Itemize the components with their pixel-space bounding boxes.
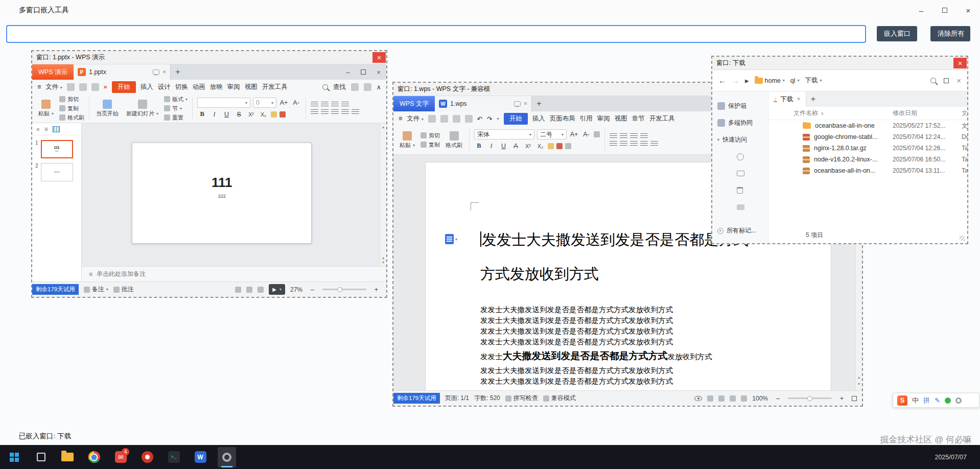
comment-bubble-icon[interactable] (514, 101, 521, 107)
start-button[interactable] (5, 447, 24, 467)
clear-format-icon[interactable] (594, 131, 600, 137)
bullets-icon[interactable] (311, 102, 318, 108)
ppt-menu-review[interactable]: 审阅 (227, 83, 240, 91)
find-label[interactable]: 查找 (333, 83, 346, 91)
copy-button[interactable]: 复制 (421, 141, 440, 149)
zoom-out-icon[interactable]: – (308, 285, 317, 294)
outdent-icon[interactable] (331, 102, 339, 108)
panel-collapse-icon[interactable]: « (36, 126, 40, 133)
voice-input-icon[interactable] (945, 397, 951, 404)
fm-tab-close-icon[interactable]: × (797, 96, 801, 103)
reading-view-icon[interactable] (258, 287, 264, 293)
maximize-icon[interactable] (933, 0, 956, 20)
font-color-icon[interactable] (279, 111, 286, 118)
fm-tab-downloads[interactable]: ↓ 下载 × (768, 91, 806, 107)
sidebar-item-safe-box[interactable]: 保护箱 (717, 98, 768, 114)
comments-button[interactable]: 批注 (113, 285, 134, 294)
fm-embed-titlebar[interactable]: 窗口: 下载 × (712, 57, 967, 70)
minimize-icon[interactable]: – (909, 0, 933, 20)
file-row[interactable]: node-v16.20.2-linux-... 2025/07/06 16:50… (768, 154, 967, 165)
layout-button[interactable]: 版式▾ (164, 96, 188, 103)
ime-lang-chinese[interactable]: 中 (912, 396, 919, 405)
resize-grip[interactable] (960, 236, 965, 241)
numbering-icon[interactable] (321, 102, 329, 108)
ime-pinyin[interactable]: 拼 (923, 396, 930, 405)
strikethrough-button[interactable]: S (234, 109, 244, 119)
wps-presentation-home-tab[interactable]: WPS 演示 (32, 64, 74, 80)
writer-menu-section[interactable]: 章节 (632, 114, 645, 123)
slide-canvas[interactable]: 111 222 ▴ ▴▾ (82, 123, 386, 266)
sidebar-item-recent[interactable] (717, 148, 768, 165)
subscript-button[interactable]: X₂ (535, 141, 545, 151)
file-explorer-icon[interactable] (58, 447, 77, 467)
embed-window-button[interactable]: 嵌入窗口 (877, 26, 917, 41)
ppt-menu-transition[interactable]: 切换 (175, 83, 188, 91)
ppt-close-icon[interactable]: × (371, 68, 386, 76)
outline-view-icon[interactable] (718, 395, 725, 402)
sidebar-item-folder[interactable] (717, 199, 768, 216)
copy-button[interactable]: 复制 (59, 105, 84, 112)
eye-protection-icon[interactable] (694, 396, 702, 401)
decrease-font-icon[interactable]: A- (291, 98, 301, 108)
column-file-type[interactable]: 文... (962, 109, 967, 118)
breadcrumb-downloads[interactable]: 下载▾ (805, 76, 822, 85)
zoom-in-icon[interactable]: + (837, 393, 847, 403)
writer-menu-review[interactable]: 审阅 (597, 114, 610, 123)
zoom-in-icon[interactable]: + (371, 285, 381, 294)
sidebar-item-computer[interactable] (717, 165, 768, 182)
indent-icon[interactable] (341, 102, 349, 108)
indent-icon[interactable] (640, 133, 648, 139)
numbering-icon[interactable] (620, 133, 627, 139)
spellcheck-button[interactable]: 拼写检查 (505, 394, 538, 403)
writer-file-menu[interactable]: 文件 ▾ (407, 114, 424, 123)
column-modified-date[interactable]: 修改日期 (893, 109, 962, 118)
redo-icon[interactable]: ↷ (487, 115, 492, 123)
highlight-color-icon[interactable] (271, 111, 277, 118)
ime-logo-icon[interactable]: S (897, 395, 907, 406)
compat-mode-button[interactable]: 兼容模式 (543, 394, 576, 403)
ppt-document-tab[interactable]: P 1.pptx × (74, 64, 171, 80)
writer-menu-view[interactable]: 视图 (615, 114, 627, 123)
reset-button[interactable]: 重置 (164, 114, 188, 122)
wps-writer-home-tab[interactable]: WPS 文字 (393, 96, 435, 111)
fm-close-icon[interactable]: × (956, 76, 961, 85)
ppt-tab-close-icon[interactable]: × (162, 68, 166, 76)
hamburger-menu-icon[interactable]: ≡ (399, 115, 402, 122)
back-icon[interactable]: ← (718, 76, 726, 85)
trial-badge[interactable]: 剩余179天试用 (32, 284, 79, 295)
ppt-menu-home[interactable]: 开始 (112, 81, 136, 93)
history-dropdown-icon[interactable]: ▾ (497, 116, 499, 121)
breadcrumb-ql[interactable]: ql▾ (790, 77, 800, 84)
paste-button[interactable]: 粘贴▾ (36, 100, 56, 118)
sidebar-item-trash[interactable] (717, 182, 768, 199)
cloud-icon[interactable] (351, 83, 359, 91)
font-color-icon[interactable] (556, 143, 563, 149)
outdent-icon[interactable] (630, 133, 638, 139)
close-icon[interactable]: × (956, 0, 980, 20)
font-size-combo[interactable]: 0▾ (253, 98, 276, 108)
bold-button[interactable]: B (197, 109, 207, 119)
underline-button[interactable]: U (499, 141, 508, 151)
undo-icon[interactable]: ↶ (477, 115, 482, 123)
comment-bubble-icon[interactable] (153, 69, 159, 75)
sidebar-item-quick-access[interactable]: ▾快速访问 (717, 131, 768, 148)
preview-icon[interactable] (465, 115, 473, 123)
new-slide-button[interactable]: 新建幻灯片▾ (124, 100, 160, 118)
ppt-menu-design[interactable]: 设计 (158, 83, 171, 91)
writer-menu-devtools[interactable]: 开发工具 (649, 114, 675, 123)
underline-button[interactable]: U (222, 109, 231, 119)
file-row[interactable]: oceanbase-all-in-on... 2025/07/04 13:11.… (768, 165, 967, 176)
writer-document-tab[interactable]: W 1.wps × (435, 96, 532, 111)
file-row[interactable]: nginx-1.28.0.tar.gz 2025/07/04 12:26... … (768, 143, 967, 154)
writer-zoom-slider[interactable] (788, 397, 832, 399)
hamburger-menu-icon[interactable]: ≡ (37, 83, 41, 90)
increase-font-icon[interactable]: A+ (569, 130, 579, 139)
writer-menu-page-layout[interactable]: 页面布局 (550, 114, 575, 123)
ppt-menu-view[interactable]: 视图 (245, 83, 258, 91)
align-left-icon[interactable] (610, 141, 617, 147)
slideshow-play-button[interactable]: ▶ ▾ (269, 284, 285, 295)
font-name-combo[interactable]: ▾ (197, 98, 250, 108)
export-icon[interactable] (440, 115, 448, 123)
font-name-combo[interactable]: 宋体▾ (474, 129, 534, 139)
slide-thumbnail-2[interactable]: 2 22222 (32, 158, 81, 181)
